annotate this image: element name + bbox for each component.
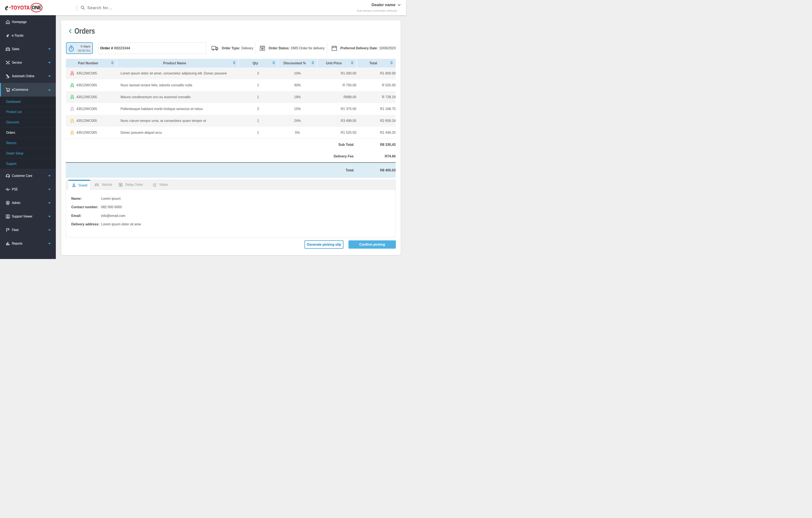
- svg-text:e: e: [6, 33, 9, 38]
